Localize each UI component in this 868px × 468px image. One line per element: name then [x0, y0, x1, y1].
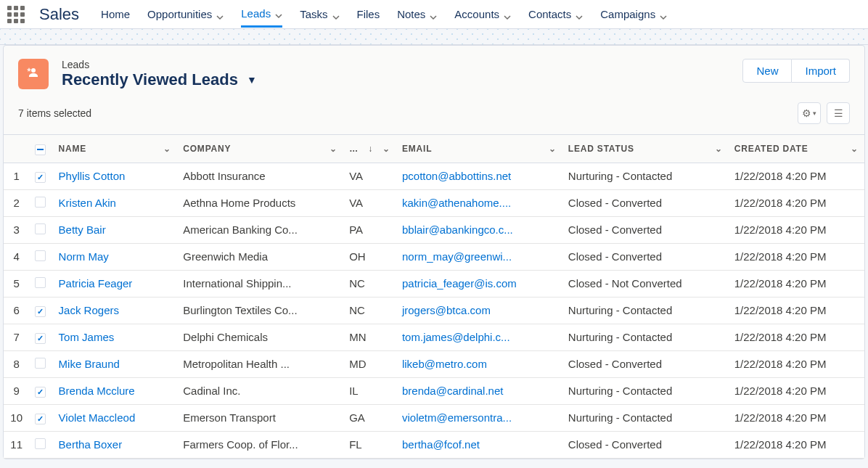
lead-name-link[interactable]: Bertha Boxer [59, 438, 123, 451]
lead-name-link[interactable]: Mike Braund [59, 358, 120, 370]
lead-name-link[interactable]: Violet Maccleod [59, 411, 136, 424]
col-status-label: LEAD STATUS [568, 144, 634, 154]
lead-name-link[interactable]: Norm May [59, 250, 109, 263]
row-select-checkbox[interactable] [35, 387, 46, 398]
nav-item-contacts[interactable]: Contacts [528, 1, 583, 28]
status-cell: Nurturing - Contacted [562, 163, 729, 189]
email-link[interactable]: tom.james@delphi.c... [402, 331, 510, 343]
chevron-down-icon[interactable] [216, 11, 224, 18]
email-link[interactable]: norm_may@greenwi... [402, 250, 512, 263]
lead-object-icon [18, 59, 49, 89]
nav-item-accounts[interactable]: Accounts [454, 1, 511, 28]
nav-item-opportunities[interactable]: Opportunities [147, 1, 224, 28]
nav-item-label: Campaigns [600, 8, 655, 20]
status-cell: Closed - Converted [562, 350, 729, 377]
col-select-all[interactable] [29, 135, 52, 163]
list-settings-button[interactable]: ⚙▾ [798, 102, 821, 124]
col-created-date[interactable]: CREATED DATE⌄ [729, 135, 864, 163]
chevron-down-icon[interactable]: ⌄ [851, 144, 859, 154]
import-button[interactable]: Import [792, 59, 850, 83]
status-cell: Closed - Converted [562, 431, 729, 458]
email-link[interactable]: pcotton@abbottins.net [402, 170, 511, 182]
nav-item-notes[interactable]: Notes [397, 1, 437, 28]
new-button[interactable]: New [742, 59, 792, 83]
email-link[interactable]: bertha@fcof.net [402, 438, 480, 451]
row-select-checkbox[interactable] [35, 172, 46, 183]
row-number: 6 [4, 297, 29, 324]
selection-count: 7 items selected [18, 107, 91, 119]
row-select-checkbox[interactable] [35, 306, 46, 317]
col-lead-status[interactable]: LEAD STATUS⌄ [562, 135, 729, 163]
col-email[interactable]: EMAIL⌄ [396, 135, 562, 163]
chevron-down-icon[interactable]: ⌄ [382, 144, 390, 154]
table-icon: ☰ [834, 107, 843, 119]
row-number: 9 [4, 377, 29, 404]
chevron-down-icon[interactable] [332, 11, 340, 18]
row-select-checkbox[interactable] [35, 277, 46, 288]
email-link[interactable]: jrogers@btca.com [402, 304, 491, 316]
col-name[interactable]: NAME⌄ [53, 135, 178, 163]
date-cell: 1/22/2018 4:20 PM [729, 243, 864, 270]
lead-name-link[interactable]: Tom James [59, 331, 115, 343]
row-select-checkbox[interactable] [35, 414, 46, 424]
email-link[interactable]: patricia_feager@is.com [402, 277, 517, 290]
status-cell: Nurturing - Contacted [562, 404, 729, 431]
email-link[interactable]: bblair@abankingco.c... [402, 223, 513, 236]
nav-item-leads[interactable]: Leads [241, 1, 282, 28]
header-actions: New Import [742, 59, 850, 83]
app-launcher-icon[interactable] [7, 6, 25, 23]
chevron-down-icon[interactable] [504, 11, 511, 18]
select-all-checkbox[interactable] [35, 144, 46, 155]
chevron-down-icon[interactable] [660, 11, 667, 18]
lead-name-link[interactable]: Kristen Akin [59, 197, 116, 209]
lead-name-link[interactable]: Phyllis Cotton [59, 170, 126, 182]
date-cell: 1/22/2018 4:20 PM [729, 189, 864, 216]
nav-item-label: Leads [241, 7, 271, 20]
table-row: 8Mike BraundMetropolitan Health ...MDlik… [4, 350, 864, 377]
status-cell: Closed - Converted [562, 189, 729, 216]
chevron-down-icon[interactable] [275, 9, 282, 17]
state-cell: FL [343, 431, 396, 458]
row-select-checkbox[interactable] [35, 223, 46, 234]
table-row: 1Phyllis CottonAbbott InsuranceVApcotton… [4, 163, 864, 189]
row-select-checkbox[interactable] [35, 358, 46, 369]
display-as-button[interactable]: ☰ [827, 102, 850, 124]
nav-item-tasks[interactable]: Tasks [300, 1, 339, 28]
date-cell: 1/22/2018 4:20 PM [729, 404, 864, 431]
email-link[interactable]: kakin@athenahome.... [402, 197, 511, 209]
lead-name-link[interactable]: Betty Bair [59, 223, 106, 236]
chevron-down-icon[interactable] [430, 11, 437, 18]
chevron-down-icon[interactable]: ⌄ [549, 144, 557, 154]
lead-name-link[interactable]: Jack Rogers [59, 304, 119, 316]
status-cell: Nurturing - Contacted [562, 324, 729, 350]
nav-item-home[interactable]: Home [101, 1, 130, 28]
lead-name-link[interactable]: Patricia Feager [59, 277, 133, 290]
col-company[interactable]: COMPANY⌄ [177, 135, 343, 163]
nav-item-files[interactable]: Files [357, 1, 380, 28]
email-link[interactable]: brenda@cardinal.net [402, 385, 503, 397]
lead-name-link[interactable]: Brenda Mcclure [59, 385, 135, 397]
email-link[interactable]: likeb@metro.com [402, 358, 487, 370]
chevron-down-icon[interactable]: ⌄ [329, 144, 337, 154]
chevron-down-icon[interactable]: ⌄ [715, 144, 723, 154]
gear-icon: ⚙ [802, 107, 811, 119]
state-cell: NC [343, 297, 396, 324]
view-name: Recently Viewed Leads [62, 70, 238, 89]
company-cell: Emerson Transport [177, 404, 343, 431]
nav-item-campaigns[interactable]: Campaigns [600, 1, 667, 28]
row-select-checkbox[interactable] [35, 333, 46, 344]
row-select-checkbox[interactable] [35, 438, 46, 449]
email-link[interactable]: violetm@emersontra... [402, 411, 512, 424]
date-cell: 1/22/2018 4:20 PM [729, 324, 864, 350]
list-view-switcher[interactable]: Recently Viewed Leads ▼ [62, 70, 729, 89]
row-select-checkbox[interactable] [35, 197, 46, 208]
row-select-checkbox[interactable] [35, 250, 46, 261]
row-number: 7 [4, 324, 29, 350]
col-state[interactable]: …↓⌄ [343, 135, 396, 163]
chevron-down-icon[interactable]: ⌄ [163, 144, 171, 154]
date-cell: 1/22/2018 4:20 PM [729, 297, 864, 324]
date-cell: 1/22/2018 4:20 PM [729, 163, 864, 189]
chevron-down-icon[interactable] [576, 11, 583, 18]
sort-down-icon: ↓ [368, 144, 373, 154]
table-row: 5Patricia FeagerInternational Shippin...… [4, 270, 864, 297]
